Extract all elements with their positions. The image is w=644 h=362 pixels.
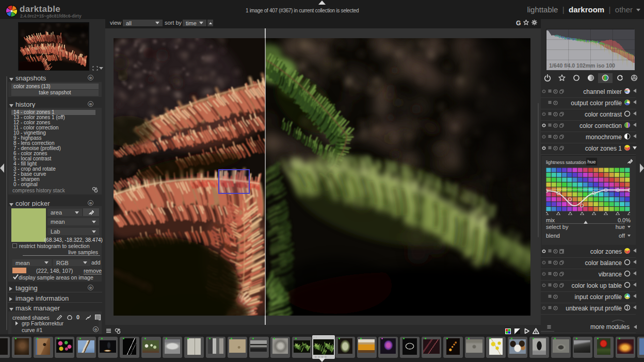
svg-text:1/640 f/4.0 102mm iso 100: 1/640 f/4.0 102mm iso 100 [549, 62, 615, 69]
